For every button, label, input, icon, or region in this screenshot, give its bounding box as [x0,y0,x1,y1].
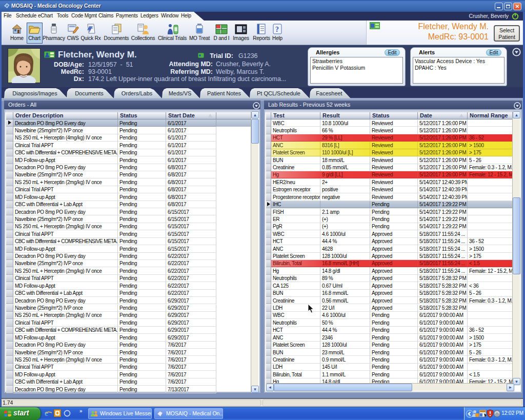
svg-text:?: ? [275,26,279,33]
